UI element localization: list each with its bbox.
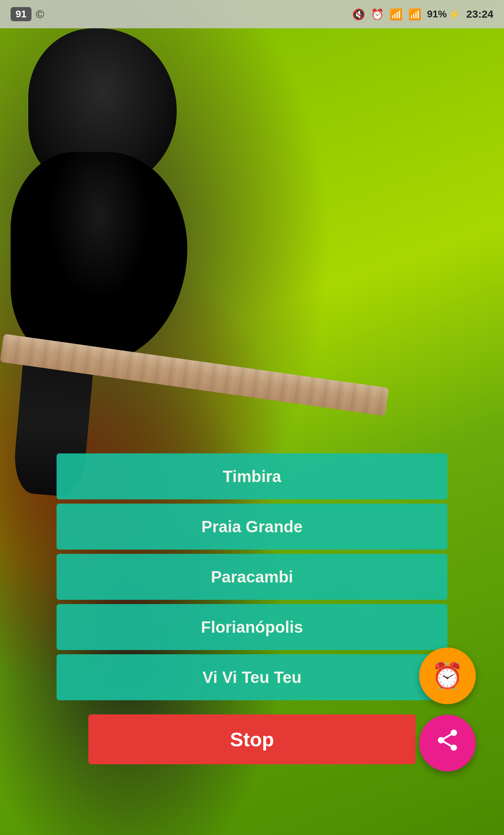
battery-icon: ⚡ xyxy=(448,8,461,20)
mute-icon: 🔇 xyxy=(352,8,365,21)
song-button-praia-grande[interactable]: Praia Grande xyxy=(57,504,447,550)
share-fab-icon xyxy=(435,727,460,759)
wifi-icon: 📶 xyxy=(389,8,403,21)
alarm-status-icon: ⏰ xyxy=(371,8,384,21)
status-right: 🔇 ⏰ 📶 📶 91% ⚡ 23:24 xyxy=(352,8,493,21)
stop-button[interactable]: Stop xyxy=(88,714,416,764)
clock: 23:24 xyxy=(466,8,493,20)
song-button-florianopolis[interactable]: Florianópolis xyxy=(57,604,447,650)
fab-container: ⏰ xyxy=(419,648,476,771)
battery-percent: 91% xyxy=(427,8,447,20)
status-left: 91 © xyxy=(11,7,44,21)
battery: 91% ⚡ xyxy=(427,8,461,20)
cell-icon: 📶 xyxy=(408,8,421,21)
share-fab-button[interactable] xyxy=(419,715,476,771)
alarm-fab-button[interactable]: ⏰ xyxy=(419,648,476,704)
status-badge: 91 xyxy=(11,7,31,21)
alarm-fab-icon: ⏰ xyxy=(432,661,463,691)
copyright-icon: © xyxy=(36,8,44,21)
status-bar: 91 © 🔇 ⏰ 📶 📶 91% ⚡ 23:24 xyxy=(0,0,504,28)
song-button-vi-vi-teu-teu[interactable]: Vi Vi Teu Teu xyxy=(57,654,447,700)
song-button-timbira[interactable]: Timbira xyxy=(57,453,447,499)
song-button-paracambi[interactable]: Paracambi xyxy=(57,554,447,600)
